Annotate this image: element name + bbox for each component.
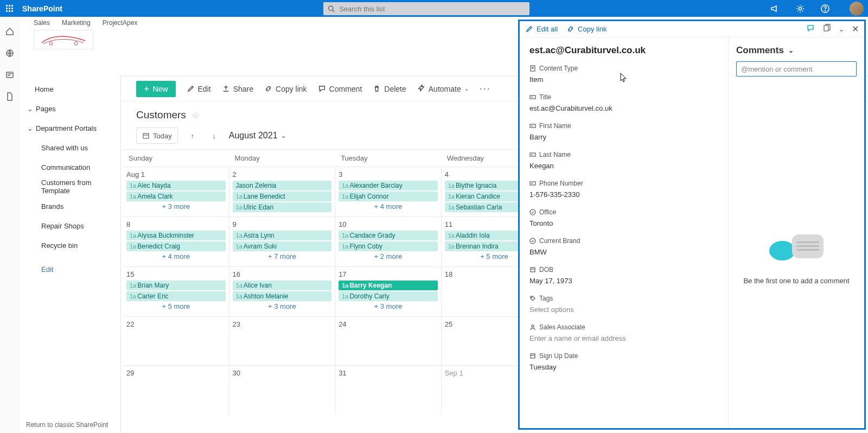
classic-link[interactable]: Return to classic SharePoint bbox=[26, 421, 108, 429]
form-field[interactable]: First NameBarry bbox=[529, 122, 718, 141]
nav-pages[interactable]: ⌄Pages bbox=[26, 99, 116, 118]
more-events[interactable]: + 4 more bbox=[126, 252, 226, 260]
calendar-event[interactable]: 1aAmela Clark bbox=[126, 192, 226, 201]
calendar-cell[interactable]: 151aBrian Mary1aCarter Eric+ 5 more bbox=[123, 266, 229, 316]
megaphone-icon[interactable] bbox=[770, 4, 780, 14]
comment-input[interactable]: @mention or comment bbox=[736, 61, 857, 77]
nav-shared[interactable]: Shared with us bbox=[26, 138, 116, 157]
brand-label[interactable]: SharePoint bbox=[22, 4, 62, 13]
more-events[interactable]: + 3 more bbox=[126, 202, 226, 211]
comment-button[interactable]: Comment bbox=[318, 85, 362, 93]
calendar-cell[interactable]: 23 bbox=[229, 316, 336, 365]
tab-marketing[interactable]: Marketing bbox=[62, 19, 91, 27]
comments-heading[interactable]: Comments⌄ bbox=[736, 45, 857, 56]
more-events[interactable]: + 3 more bbox=[233, 302, 332, 310]
calendar-event[interactable]: 1aCarter Eric bbox=[126, 291, 226, 301]
calendar-cell[interactable]: 31aAlexander Barclay1aElijah Connor+ 4 m… bbox=[335, 167, 442, 217]
globe-icon[interactable] bbox=[5, 48, 15, 58]
form-field[interactable]: DOBMay 17, 1973 bbox=[529, 266, 718, 285]
copy-panel-icon[interactable] bbox=[822, 24, 831, 34]
calendar-cell[interactable]: 22 bbox=[123, 316, 229, 365]
calendar-cell[interactable]: 161aAlice Ivan1aAshton Melanie+ 3 more bbox=[229, 266, 336, 316]
calendar-event[interactable]: 1aUlric Edan bbox=[233, 202, 332, 212]
form-field[interactable]: Last NameKeegan bbox=[529, 151, 718, 170]
panel-copylink-button[interactable]: Copy link bbox=[566, 25, 607, 33]
app-launcher[interactable] bbox=[0, 0, 19, 17]
form-field[interactable]: TagsSelect options bbox=[529, 295, 718, 314]
more-events[interactable]: + 3 more bbox=[339, 302, 438, 310]
item-form[interactable]: est.ac@Curabiturvel.co.uk Content TypeIt… bbox=[520, 37, 728, 428]
form-field[interactable]: Content TypeItem bbox=[529, 65, 718, 84]
search-box[interactable] bbox=[323, 2, 529, 15]
calendar-event[interactable]: 1aAshton Melanie bbox=[233, 291, 332, 301]
tab-sales[interactable]: Sales bbox=[34, 19, 50, 27]
nav-recycle[interactable]: Recycle bin bbox=[26, 235, 116, 255]
today-button[interactable]: Today bbox=[136, 128, 178, 144]
calendar-cell[interactable]: 81aAlyssa Buckminster1aBenedict Craig+ 4… bbox=[123, 217, 229, 266]
calendar-event[interactable]: 1aBenedict Craig bbox=[126, 241, 226, 251]
calendar-event[interactable]: 1aBrian Mary bbox=[126, 281, 226, 290]
prev-month-button[interactable]: ↑ bbox=[186, 129, 200, 143]
nav-communication[interactable]: Communication bbox=[26, 157, 116, 177]
help-icon[interactable] bbox=[820, 4, 830, 14]
automate-button[interactable]: Automate⌄ bbox=[417, 85, 469, 93]
calendar-event[interactable]: 1aCandace Grady bbox=[339, 231, 438, 240]
home-icon[interactable] bbox=[5, 27, 15, 36]
form-field[interactable]: Sign Up DateTuesday bbox=[529, 352, 718, 371]
calendar-cell[interactable]: 24 bbox=[335, 316, 442, 365]
more-events[interactable]: + 2 more bbox=[339, 252, 438, 260]
calendar-event[interactable]: 1aFlynn Coby bbox=[339, 241, 438, 251]
tab-projectapex[interactable]: ProjectApex bbox=[103, 19, 138, 27]
form-field[interactable]: Titleest.ac@Curabiturvel.co.uk bbox=[529, 93, 718, 112]
calendar-event[interactable]: Jason Zelenia bbox=[233, 181, 332, 190]
chevron-down-icon[interactable]: ⌄ bbox=[839, 26, 844, 33]
nav-brands[interactable]: Brands bbox=[26, 196, 116, 216]
calendar-event[interactable]: 1aAlexander Barclay bbox=[339, 181, 438, 190]
edit-button[interactable]: Edit bbox=[187, 85, 211, 93]
form-field[interactable]: Phone Number1-576-335-2330 bbox=[529, 180, 718, 199]
calendar-cell[interactable]: 91aAstra Lynn1aAvram Suki+ 7 more bbox=[229, 217, 336, 266]
news-icon[interactable] bbox=[5, 70, 15, 80]
nav-customers-template[interactable]: Customers from Template bbox=[26, 177, 116, 196]
nav-portals[interactable]: ⌄Department Portals bbox=[26, 118, 116, 138]
calendar-cell[interactable]: 31 bbox=[335, 365, 442, 414]
settings-icon[interactable] bbox=[795, 4, 805, 14]
more-events[interactable]: + 7 more bbox=[233, 252, 332, 260]
calendar-event[interactable]: 1aLane Benedict bbox=[233, 192, 332, 201]
delete-button[interactable]: Delete bbox=[373, 85, 406, 93]
favorite-star-icon[interactable]: ☆ bbox=[192, 110, 199, 120]
next-month-button[interactable]: ↓ bbox=[207, 129, 221, 143]
share-button[interactable]: Share bbox=[222, 85, 253, 93]
calendar-cell[interactable]: 101aCandace Grady1aFlynn Coby+ 2 more bbox=[335, 217, 442, 266]
nav-edit[interactable]: Edit bbox=[26, 259, 116, 279]
calendar-event[interactable]: 1aAstra Lynn bbox=[233, 231, 332, 240]
user-avatar[interactable] bbox=[850, 2, 864, 16]
nav-repair[interactable]: Repair Shops bbox=[26, 216, 116, 235]
copylink-button[interactable]: Copy link bbox=[264, 85, 307, 93]
calendar-event[interactable]: 1aBarry Keegan bbox=[339, 281, 438, 290]
calendar-cell[interactable]: Aug 11aAlec Nayda1aAmela Clark+ 3 more bbox=[123, 167, 229, 217]
search-input[interactable] bbox=[339, 5, 525, 13]
calendar-event[interactable]: 1aAlice Ivan bbox=[233, 281, 332, 290]
close-icon[interactable]: ✕ bbox=[852, 24, 859, 34]
form-field[interactable]: Sales AssociateEnter a name or email add… bbox=[529, 323, 718, 342]
more-events[interactable]: + 4 more bbox=[339, 202, 438, 211]
calendar-cell[interactable]: 30 bbox=[229, 365, 336, 414]
calendar-event[interactable]: 1aAlyssa Buckminster bbox=[126, 231, 226, 240]
form-field[interactable]: OfficeToronto bbox=[529, 208, 718, 227]
comments-toggle-icon[interactable] bbox=[806, 24, 815, 34]
form-field[interactable]: Current BrandBMW bbox=[529, 237, 718, 256]
calendar-cell[interactable]: 29 bbox=[123, 365, 229, 414]
month-picker[interactable]: August 2021⌄ bbox=[229, 131, 286, 141]
calendar-event[interactable]: 1aAvram Suki bbox=[233, 241, 332, 251]
site-logo[interactable] bbox=[34, 30, 93, 49]
calendar-cell[interactable]: 2Jason Zelenia1aLane Benedict1aUlric Eda… bbox=[229, 167, 336, 217]
edit-all-button[interactable]: Edit all bbox=[525, 25, 558, 33]
nav-home[interactable]: Home bbox=[26, 79, 116, 99]
calendar-event[interactable]: 1aElijah Connor bbox=[339, 192, 438, 201]
calendar-cell[interactable]: 171aBarry Keegan1aDorothy Carly+ 3 more bbox=[335, 266, 442, 316]
files-icon[interactable] bbox=[5, 92, 15, 101]
calendar-event[interactable]: 1aAlec Nayda bbox=[126, 181, 226, 190]
new-button[interactable]: +New bbox=[136, 81, 176, 97]
calendar-event[interactable]: 1aDorothy Carly bbox=[339, 291, 438, 301]
